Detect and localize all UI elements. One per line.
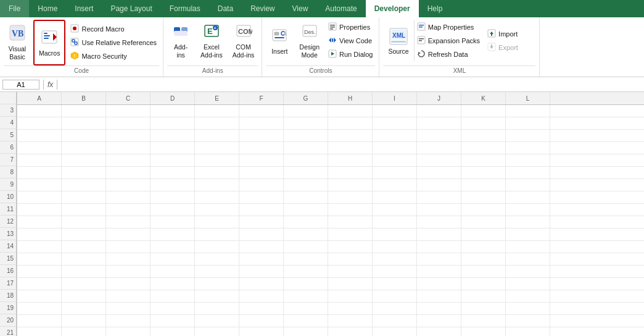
cell-I19[interactable] xyxy=(373,303,417,315)
cell-A6[interactable] xyxy=(17,142,62,154)
cell-A15[interactable] xyxy=(17,253,62,266)
cell-F10[interactable] xyxy=(239,191,284,204)
cell-H20[interactable] xyxy=(328,315,373,327)
cell-F18[interactable] xyxy=(239,290,284,303)
cell-E16[interactable] xyxy=(195,266,239,278)
cell-L5[interactable] xyxy=(506,130,550,142)
cell-F5[interactable] xyxy=(239,130,284,142)
cell-I17[interactable] xyxy=(373,278,417,290)
tab-home[interactable]: Home xyxy=(29,0,66,17)
cell-D19[interactable] xyxy=(151,303,195,315)
cell-D20[interactable] xyxy=(151,315,195,327)
cell-E3[interactable] xyxy=(195,105,239,117)
macro-security-button[interactable]: ! Macro Security xyxy=(68,50,159,63)
cell-F15[interactable] xyxy=(239,253,284,266)
cell-C18[interactable] xyxy=(106,290,151,303)
cell-K9[interactable] xyxy=(461,179,506,191)
cell-G16[interactable] xyxy=(284,266,328,278)
cell-A5[interactable] xyxy=(17,130,62,142)
cell-B12[interactable] xyxy=(62,216,106,229)
cell-D7[interactable] xyxy=(151,154,195,167)
cell-K13[interactable] xyxy=(461,229,506,241)
cell-B8[interactable] xyxy=(62,167,106,179)
cell-F17[interactable] xyxy=(239,278,284,290)
cell-L13[interactable] xyxy=(506,229,550,241)
tab-page-layout[interactable]: Page Layout xyxy=(102,0,160,17)
cell-E17[interactable] xyxy=(195,278,239,290)
tab-data[interactable]: Data xyxy=(209,0,242,17)
cell-G20[interactable] xyxy=(284,315,328,327)
cell-J19[interactable] xyxy=(417,303,461,315)
cell-K21[interactable] xyxy=(461,327,506,336)
cell-D3[interactable] xyxy=(151,105,195,117)
cell-B6[interactable] xyxy=(62,142,106,154)
cell-L20[interactable] xyxy=(506,315,550,327)
cell-C21[interactable] xyxy=(106,327,151,336)
cell-H8[interactable] xyxy=(328,167,373,179)
cell-A19[interactable] xyxy=(17,303,62,315)
cell-B14[interactable] xyxy=(62,241,106,253)
cell-I3[interactable] xyxy=(373,105,417,117)
cell-F9[interactable] xyxy=(239,179,284,191)
cell-B3[interactable] xyxy=(62,105,106,117)
cell-K17[interactable] xyxy=(461,278,506,290)
cell-E4[interactable] xyxy=(195,117,239,130)
cell-I16[interactable] xyxy=(373,266,417,278)
cell-L9[interactable] xyxy=(506,179,550,191)
cell-A18[interactable] xyxy=(17,290,62,303)
cell-J8[interactable] xyxy=(417,167,461,179)
cell-B10[interactable] xyxy=(62,191,106,204)
import-button[interactable]: Import xyxy=(485,28,521,41)
cell-H3[interactable] xyxy=(328,105,373,117)
cell-K20[interactable] xyxy=(461,315,506,327)
cell-B18[interactable] xyxy=(62,290,106,303)
tab-developer[interactable]: Developer xyxy=(366,0,419,17)
cell-H21[interactable] xyxy=(328,327,373,336)
cell-E9[interactable] xyxy=(195,179,239,191)
cell-B9[interactable] xyxy=(62,179,106,191)
cell-A21[interactable] xyxy=(17,327,62,336)
cell-B5[interactable] xyxy=(62,130,106,142)
cell-K3[interactable] xyxy=(461,105,506,117)
cell-C9[interactable] xyxy=(106,179,151,191)
cell-C16[interactable] xyxy=(106,266,151,278)
cell-J7[interactable] xyxy=(417,154,461,167)
cell-I4[interactable] xyxy=(373,117,417,130)
cell-F8[interactable] xyxy=(239,167,284,179)
cell-A9[interactable] xyxy=(17,179,62,191)
cell-D11[interactable] xyxy=(151,204,195,216)
cell-L12[interactable] xyxy=(506,216,550,229)
use-relative-button[interactable]: Use Relative References xyxy=(68,36,159,49)
cell-G7[interactable] xyxy=(284,154,328,167)
cell-A14[interactable] xyxy=(17,241,62,253)
cell-E13[interactable] xyxy=(195,229,239,241)
cell-F13[interactable] xyxy=(239,229,284,241)
cell-B20[interactable] xyxy=(62,315,106,327)
cell-H6[interactable] xyxy=(328,142,373,154)
tab-file[interactable]: File xyxy=(0,0,29,17)
cell-D15[interactable] xyxy=(151,253,195,266)
cell-B16[interactable] xyxy=(62,266,106,278)
cell-L4[interactable] xyxy=(506,117,550,130)
excel-addins-button[interactable]: E + ExcelAdd-ins xyxy=(197,20,226,62)
cell-J16[interactable] xyxy=(417,266,461,278)
cell-E8[interactable] xyxy=(195,167,239,179)
cell-E12[interactable] xyxy=(195,216,239,229)
cell-F6[interactable] xyxy=(239,142,284,154)
refresh-data-button[interactable]: Refresh Data xyxy=(415,48,482,61)
cell-C8[interactable] xyxy=(106,167,151,179)
cell-C7[interactable] xyxy=(106,154,151,167)
tab-automate[interactable]: Automate xyxy=(316,0,365,17)
cell-F7[interactable] xyxy=(239,154,284,167)
insert-button[interactable]: Insert xyxy=(266,20,293,62)
cell-H4[interactable] xyxy=(328,117,373,130)
cell-E14[interactable] xyxy=(195,241,239,253)
cell-F16[interactable] xyxy=(239,266,284,278)
cell-E6[interactable] xyxy=(195,142,239,154)
cell-C3[interactable] xyxy=(106,105,151,117)
cell-I11[interactable] xyxy=(373,204,417,216)
cell-K19[interactable] xyxy=(461,303,506,315)
cell-K8[interactable] xyxy=(461,167,506,179)
visual-basic-button[interactable]: VB VisualBasic xyxy=(4,22,31,64)
cell-H16[interactable] xyxy=(328,266,373,278)
